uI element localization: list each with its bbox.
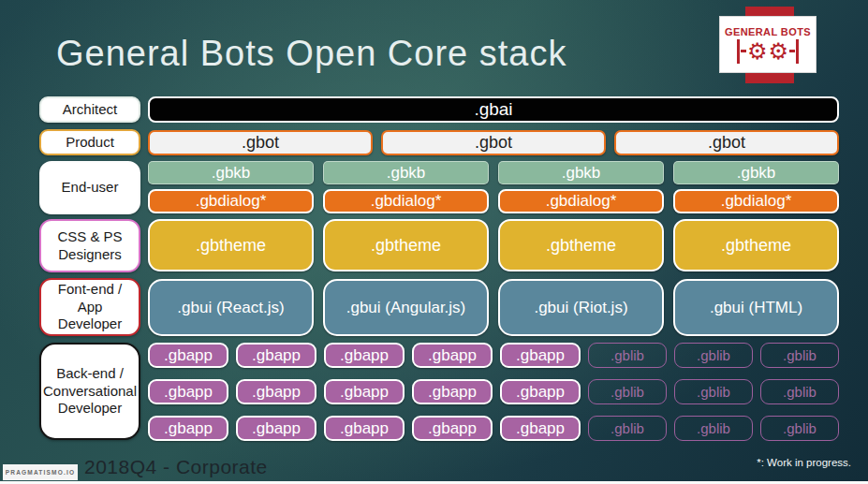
stack-box-gbdialog: .gbdialog* [148,189,314,213]
stack-box-gbui-riot: .gbui (Riot.js) [498,279,664,336]
role-label-end-user: End-user [39,161,140,214]
stack-box-gbot: .gbot [148,130,373,155]
stack-box-gblib: .gblib [760,416,839,441]
role-label-frontend-app-developer: Font-end / App Developer [39,278,140,336]
stack-box-gbot: .gbot [614,130,839,155]
stack-box-gbai: .gbai [148,96,839,123]
stack-box-gbapp: .gbapp [412,379,493,404]
stack-box-gbui-angular: .gbui (Angular.js) [323,279,489,336]
gear-right-stub [789,50,795,52]
stack-box-gbapp: .gbapp [412,343,493,368]
stack-box-gbapp: .gbapp [500,416,581,441]
slide-title: General Bots Open Core stack [56,34,566,74]
stack-box-gbapp: .gbapp [324,343,405,368]
stack-box-gblib: .gblib [760,343,839,368]
stack-box-gbapp: .gbapp [324,416,405,441]
gear-left-bar [737,39,740,64]
role-label-backend-conversational-developer: Back-end / Conversational Developer [39,343,140,440]
pragmatismo-watermark-text: PRAGMATISMO.IO [6,469,75,476]
stack-box-gbapp: .gbapp [324,379,405,404]
stack-box-gbkb: .gbkb [148,161,314,184]
gears-icon: ⚙ ⚙ [737,39,799,64]
stack-box-gbui-react: .gbui (React.js) [148,279,314,336]
role-label-css-ps-designers: CSS & PS Designers [39,219,140,272]
stack-box-gblib: .gblib [674,343,753,368]
row-gbui: .gbui (React.js) .gbui (Angular.js) .gbu… [148,279,839,336]
row-backend-3: .gbapp .gbapp .gbapp .gbapp .gbapp .gbli… [148,416,839,441]
logo-wordmark: GENERAL BOTS [725,26,811,37]
stack-box-gbapp: .gbapp [148,379,228,404]
stack-box-gbapp: .gbapp [148,343,228,368]
slide-canvas: General Bots Open Core stack GENERAL BOT… [0,0,868,484]
stack-box-gbapp: .gbapp [500,343,581,368]
row-gbdialog: .gbdialog* .gbdialog* .gbdialog* .gbdial… [148,189,839,213]
stack-box-gblib: .gblib [760,379,839,404]
gear-right-bar [796,39,799,64]
stack-box-gbdialog: .gbdialog* [673,189,839,213]
stack-box-gbtheme: .gbtheme [323,219,489,271]
role-label-product: Product [39,129,140,155]
footer-wip-note: *: Work in progress. [757,457,851,468]
footer-version-text: 2018Q4 - Corporate [84,456,268,478]
stack-box-gbtheme: .gbtheme [673,219,839,271]
stack-box-gblib: .gblib [588,416,667,441]
stack-box-gbkb: .gbkb [498,161,664,184]
row-gbtheme: .gbtheme .gbtheme .gbtheme .gbtheme [148,219,839,271]
stack-box-gbdialog: .gbdialog* [498,189,664,213]
row-backend-2: .gbapp .gbapp .gbapp .gbapp .gbapp .gbli… [148,379,839,404]
stack-box-gblib: .gblib [674,379,753,404]
stack-box-gbapp: .gbapp [236,379,316,404]
row-backend-1: .gbapp .gbapp .gbapp .gbapp .gbapp .gbli… [148,343,839,368]
stack-box-gblib: .gblib [674,416,753,441]
stack-box-gbapp: .gbapp [236,343,316,368]
gear-left-stub [741,50,746,52]
stack-box-gbapp: .gbapp [236,416,316,441]
stack-box-gbkb: .gbkb [673,161,839,184]
stack-box-gbot: .gbot [381,130,606,155]
stack-box-gbapp: .gbapp [148,416,228,441]
stack-box-gblib: .gblib [588,343,667,368]
row-gbot: .gbot .gbot .gbot [148,130,839,155]
stack-box-gbapp: .gbapp [412,416,493,441]
stack-box-gbui-html: .gbui (HTML) [673,279,839,336]
stack-box-gbdialog: .gbdialog* [323,189,489,213]
row-gbkb: .gbkb .gbkb .gbkb .gbkb [148,161,839,184]
role-label-architect: Architect [39,96,140,123]
stack-box-gbkb: .gbkb [323,161,489,184]
stack-box-gbtheme: .gbtheme [148,219,314,271]
stack-box-gbtheme: .gbtheme [498,219,664,271]
pragmatismo-watermark: PRAGMATISMO.IO [3,464,78,480]
stack-box-gblib: .gblib [588,379,667,404]
gear-icon: ⚙ [769,39,789,64]
general-bots-logo: GENERAL BOTS ⚙ ⚙ [719,16,817,73]
gear-icon: ⚙ [747,39,768,64]
stack-box-gbapp: .gbapp [500,379,581,404]
